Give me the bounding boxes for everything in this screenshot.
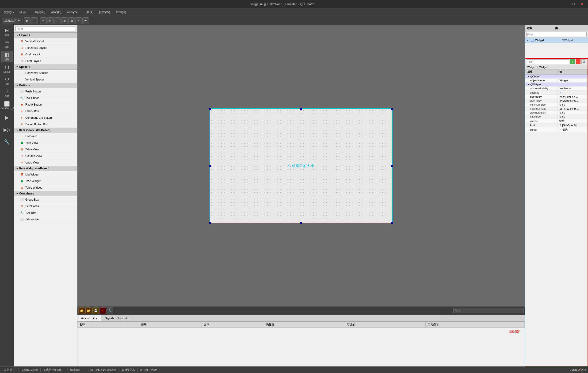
maximize-button[interactable]: □ <box>570 1 577 7</box>
status-tab-3[interactable]: 3. 应用程序输出 <box>41 367 64 372</box>
props-filter-input[interactable] <box>527 59 569 64</box>
resize-handle-tc[interactable] <box>300 108 302 110</box>
toolbar-btn-preview[interactable]: 👁 <box>82 17 89 24</box>
section-containers[interactable]: Containers <box>14 191 77 196</box>
widget-item-check-box[interactable]: ☑Check Box <box>14 108 77 114</box>
widget-filter-input[interactable] <box>15 26 76 31</box>
menu-item-h[interactable]: 帮助(H) <box>113 9 129 15</box>
status-tab-8testresults[interactable]: 8. Test Results <box>138 368 160 372</box>
widget-item-radio-button[interactable]: ◉Radio Button <box>14 101 77 108</box>
sidebar-item-project[interactable]: ⚙项目 <box>1 75 13 87</box>
design-canvas[interactable]: 生成窗口的大小 <box>210 108 393 223</box>
menu-item-d[interactable]: 调试(D) <box>48 9 64 15</box>
status-tab-2searchresults[interactable]: 2. Search Results <box>15 368 41 372</box>
toolbar-btn-align-left[interactable]: ⫷ <box>40 17 47 24</box>
prop-value-enabled[interactable]: ✓ <box>557 91 588 95</box>
widget-item-group-box[interactable]: ⬜Group Box <box>14 196 77 203</box>
menu-item-e[interactable]: 编辑(E) <box>17 9 32 15</box>
action-filter-input[interactable] <box>453 308 524 313</box>
section-layouts[interactable]: Layouts <box>14 33 77 38</box>
sidebar-item-wrench[interactable]: 🔧 <box>1 136 13 148</box>
sidebar-item-design[interactable]: ◧设计 <box>1 51 13 62</box>
file-selector[interactable]: widget.ui* <box>2 18 21 23</box>
widget-item-tree-widget[interactable]: 🌲Tree Widget <box>14 178 77 184</box>
action-save-btn[interactable]: 💾 <box>93 307 99 314</box>
toolbar-btn-play[interactable]: ▶ <box>24 17 31 24</box>
widget-item-table-view[interactable]: ⊞Table View <box>14 146 77 153</box>
widget-item-tree-view[interactable]: 🌲Tree View <box>14 140 77 146</box>
action-edit-properties[interactable]: 编辑属性 <box>77 328 525 336</box>
prop-section-qwidget[interactable]: ▼QWidget <box>525 83 588 87</box>
props-config-button[interactable]: ⚙ <box>581 59 586 64</box>
resize-handle-bl[interactable] <box>209 222 211 224</box>
prop-section-qobject[interactable]: ▼QObject <box>525 75 588 79</box>
toolbar-btn-layout[interactable]: ▦ <box>68 17 75 24</box>
widget-item-column-view[interactable]: ⊟Column View <box>14 153 77 159</box>
toolbar-btn-break[interactable]: ✂ <box>75 17 82 24</box>
widget-item-horizontal-layout[interactable]: ⊞Horizontal Layout <box>14 45 77 51</box>
widget-item-undo-view[interactable]: ↩Undo View <box>14 159 77 166</box>
section-item-widgets[interactable]: Item Widg...em-Based) <box>14 166 77 171</box>
widget-item-command-button[interactable]: ●Command ...k Button <box>14 114 77 121</box>
widget-item-grid-layout[interactable]: ⊞Grid Layout <box>14 51 77 58</box>
status-tab-5qmldebuggerconsole[interactable]: 5. QML Debugger Console <box>84 368 119 372</box>
section-spacers[interactable]: Spacers <box>14 64 77 70</box>
sidebar-item-hello[interactable]: ⬜HelloWorld_3 <box>1 99 13 111</box>
tree-widget-label: Tree Widget <box>25 179 41 183</box>
resize-handle-bc[interactable] <box>300 222 302 224</box>
widget-item-list-view[interactable]: ☰List View <box>14 133 77 140</box>
widget-item-vertical-spacer[interactable]: ↕Vertical Spacer <box>14 76 77 83</box>
tab-signals-slots[interactable]: Signals _Slots Ed... <box>101 315 133 321</box>
widget-item-tool-box[interactable]: 🔧Tool Box <box>14 209 77 216</box>
sidebar-item-run3[interactable]: ▶▷ <box>1 124 13 135</box>
titlebar-controls[interactable]: ─ □ ✕ <box>562 1 585 7</box>
resize-handle-tl[interactable] <box>209 108 211 110</box>
action-tool-btn[interactable]: 🔧 <box>106 307 113 314</box>
widget-item-push-button[interactable]: ⬜Push Button <box>14 88 77 95</box>
toolbar-btn-align-right[interactable]: ↔ <box>54 17 61 24</box>
widget-item-tool-button[interactable]: 🔧Tool Button <box>14 95 77 101</box>
toolbar-btn-grid[interactable]: ⊞ <box>61 17 68 24</box>
status-tab-6[interactable]: 6. 概要信息 <box>119 367 137 372</box>
toolbar-btn-align-center[interactable]: ⫸ <box>47 17 54 24</box>
widget-item-dialog-button[interactable]: ✕Dialog Button Box <box>14 121 77 128</box>
sidebar-item-run2[interactable]: ▶ <box>1 112 13 123</box>
resize-handle-ml[interactable] <box>209 165 211 167</box>
sidebar-item-debug[interactable]: ⬡Debug <box>1 63 13 75</box>
menu-item-f[interactable]: 文件(F) <box>1 9 17 15</box>
menu-item-w[interactable]: 控件(W) <box>96 9 113 15</box>
widget-item-tab-widget[interactable]: ⬜Tab Widget <box>14 216 77 223</box>
resize-handle-br[interactable] <box>391 222 393 224</box>
section-item-views[interactable]: Item Views...del-Based) <box>14 128 77 133</box>
object-tree-filter-input[interactable] <box>526 32 587 37</box>
action-new-btn[interactable]: 📁 <box>78 307 85 314</box>
menu-item-t[interactable]: 工具(T) <box>81 9 96 15</box>
resize-handle-mr[interactable] <box>391 165 393 167</box>
widget-item-table-widget[interactable]: ⊞Table Widget <box>14 184 77 191</box>
sidebar-item-edit[interactable]: ✏编辑 <box>1 39 13 50</box>
widget-item-horizontal-spacer[interactable]: ↔Horizontal Spacer <box>14 70 77 76</box>
sidebar-item-help[interactable]: ?帮助 <box>1 87 13 99</box>
props-add-button[interactable]: + <box>570 59 575 64</box>
action-delete-btn[interactable]: ✕ <box>99 307 106 314</box>
status-tab-1[interactable]: 1. 问题 <box>2 367 15 372</box>
menu-item-analyze[interactable]: Analyze <box>64 9 81 15</box>
toolbar-btn-stop[interactable]: ⬛ <box>31 17 38 24</box>
sidebar-item-welcome[interactable]: ⊞欢迎 <box>1 26 13 38</box>
action-open-btn[interactable]: 📂 <box>85 307 92 314</box>
widget-item-vertical-layout[interactable]: ⊟Vertical Layout <box>14 38 77 45</box>
minimize-button[interactable]: ─ <box>562 1 568 7</box>
tab-action-editor[interactable]: Action Editor <box>77 315 101 321</box>
form-layout-label: Form Layout <box>25 59 41 63</box>
widget-item-scroll-area[interactable]: ⊟Scroll Area <box>14 203 77 209</box>
tree-item-widget[interactable]: ▶ Widget QWidget <box>525 38 588 43</box>
status-tab-4[interactable]: 4. 编译输出 <box>65 367 83 372</box>
props-remove-button[interactable]: - <box>576 59 580 64</box>
prop-name-minimumsize: minimumSize <box>525 103 557 107</box>
widget-item-list-widget[interactable]: ☰List Widget <box>14 171 77 178</box>
close-button[interactable]: ✕ <box>578 1 585 7</box>
section-buttons[interactable]: Buttons <box>14 83 77 88</box>
menu-item-b[interactable]: 构建(B) <box>32 9 48 15</box>
resize-handle-tr[interactable] <box>391 108 393 110</box>
widget-item-form-layout[interactable]: ⊟Form Layout <box>14 58 77 64</box>
